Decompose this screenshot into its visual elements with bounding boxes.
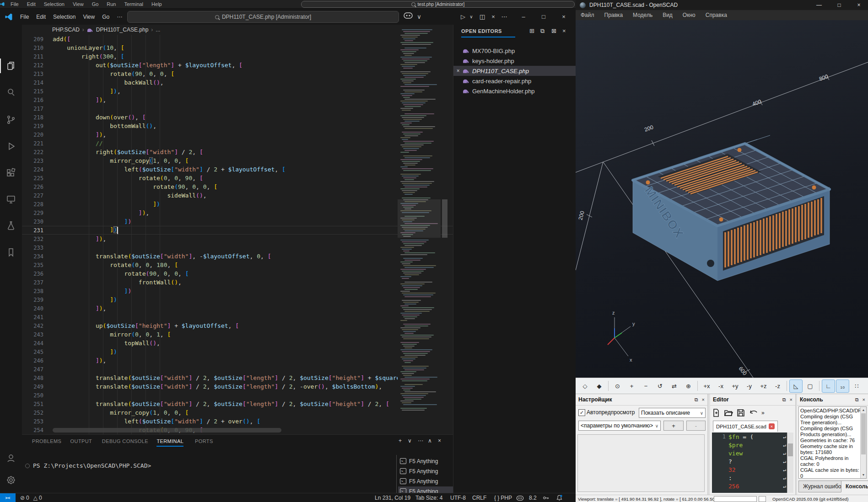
code-line[interactable]: 234 translate($outSize["width"], -$layou… <box>22 252 453 261</box>
more-actions-button[interactable]: ⋯ <box>499 8 510 25</box>
panel-tab[interactable]: PROBLEMS <box>32 438 61 444</box>
terminal-action-icon[interactable]: ∧ <box>428 438 432 444</box>
menu-item[interactable]: Terminal <box>120 1 148 7</box>
view-minus-z-button[interactable]: -z <box>771 379 784 393</box>
viewport-3d[interactable]: 200 400 800 200 600 <box>576 20 868 378</box>
panel-tab[interactable]: DEBUG CONSOLE <box>102 438 148 444</box>
open-file-icon[interactable] <box>724 409 733 417</box>
preset-add-button[interactable]: + <box>663 421 684 431</box>
os-minimize-button[interactable]: — <box>810 0 828 10</box>
problems-status[interactable]: ⊘0 △0 <box>20 493 42 502</box>
zoom-in-button[interactable]: + <box>625 379 638 393</box>
code-line[interactable]: 236 rotate(90, 0, 0, [ <box>22 269 453 278</box>
menu-more[interactable]: ⋯ <box>113 14 126 20</box>
php-version-status[interactable]: 8.2 <box>529 493 537 502</box>
minimap-slider[interactable] <box>398 199 441 238</box>
copilot-status-icon[interactable] <box>516 496 524 501</box>
open-editor-item[interactable]: ×DPH110T_CASE.php <box>453 66 576 76</box>
run-chevron-icon[interactable]: ∨ <box>466 8 477 25</box>
code-line[interactable]: 249 translate($outSize["width"] / 2, $ou… <box>22 382 453 391</box>
zoom-out-button[interactable]: − <box>639 379 652 393</box>
code-line[interactable]: 221 // <box>22 139 453 148</box>
menu-item[interactable]: Окно <box>678 12 701 18</box>
center-view-button[interactable]: ⊕ <box>682 379 695 393</box>
code-line[interactable]: 229 ]), <box>22 208 453 217</box>
vertical-scrollbar[interactable] <box>442 199 447 238</box>
view-minus-x-button[interactable]: -x <box>714 379 728 393</box>
cursor-position[interactable]: Ln 231, Col 19 <box>375 493 410 502</box>
os-close-button[interactable]: × <box>850 0 868 10</box>
code-line[interactable]: 213 rotate(90, 0, 0, [ <box>22 69 453 78</box>
open-editor-item[interactable]: ×MX700-BIG.php <box>453 46 576 56</box>
code-line[interactable]: 228 ]) <box>22 200 453 208</box>
split-editor-button[interactable]: ◫ <box>477 8 488 25</box>
terminal-session[interactable]: >_F5 Anything <box>398 476 453 486</box>
view-minus-y-button[interactable]: -y <box>743 379 756 393</box>
eol-sequence[interactable]: CRLF <box>472 493 486 502</box>
settings-gear-icon[interactable] <box>0 470 22 490</box>
model-minibox[interactable]: MINIBOX <box>633 135 830 281</box>
preview-button[interactable]: ◇ <box>578 379 592 393</box>
code-line[interactable]: 241 <box>22 313 453 321</box>
openscad-menu-bar[interactable]: ФайлПравкаМодельВидОкноСправка <box>576 10 868 20</box>
code-line[interactable]: 217 <box>22 104 453 113</box>
breadcrumb-file[interactable]: DPH110T_CASE.php <box>96 27 149 33</box>
open-editors-title[interactable]: OPEN EDITORS <box>461 28 502 34</box>
code-line[interactable]: 238 ]) <box>22 287 453 295</box>
code-line[interactable]: 227 sideWall(), <box>22 191 453 200</box>
code-line[interactable]: 231 ]) <box>22 226 453 235</box>
float-panel-icon[interactable]: ⧉ <box>695 397 698 403</box>
window-minimize-button[interactable]: – <box>513 8 534 25</box>
console-scrollbar[interactable]: ▲▼ <box>860 407 866 478</box>
open-editor-item[interactable]: ×keys-holder.php <box>453 56 576 66</box>
close-editor-button[interactable]: × <box>488 8 499 25</box>
code-line[interactable]: 243 mirror(0, 0, 1, [ <box>22 330 453 339</box>
bell-icon[interactable] <box>556 495 562 501</box>
menu-item[interactable]: Go <box>98 14 113 20</box>
code-line[interactable]: 226 rotate(90, 0, 0, [ <box>22 182 453 191</box>
tab-console[interactable]: Консоль <box>841 481 868 492</box>
menu-item[interactable]: Edit <box>32 14 49 20</box>
show-crosshairs-button[interactable]: ∷ <box>850 379 863 393</box>
code-line[interactable]: 214 backWall(), <box>22 78 453 87</box>
code-line[interactable]: 216 ]), <box>22 96 453 104</box>
orthographic-button[interactable]: ▢ <box>803 379 817 393</box>
remote-indicator[interactable]: >< <box>0 493 16 502</box>
close-file-icon[interactable]: × <box>453 68 463 74</box>
new-file-icon[interactable] <box>712 409 720 417</box>
code-line[interactable]: 224 left($outSize["width"] / 2 + $layout… <box>22 165 453 174</box>
terminal-action-icon[interactable]: + <box>399 438 402 444</box>
undo-icon[interactable] <box>749 409 758 417</box>
view-plus-z-button[interactable]: +z <box>757 379 770 393</box>
code-line[interactable]: 223 mirror_copy(1, 0, 0, [ <box>22 156 453 165</box>
menu-item[interactable]: View <box>69 1 88 7</box>
toolbar-overflow-icon[interactable]: » <box>761 410 765 416</box>
scad-editor-scroll-thumb[interactable] <box>788 443 793 456</box>
panel-tab[interactable]: OUTPUT <box>70 438 92 444</box>
menu-item[interactable]: Edit <box>23 1 40 7</box>
show-scale-markers-button[interactable]: ₁₀ <box>836 379 849 393</box>
code-line[interactable]: 232 ]), <box>22 235 453 243</box>
code-line[interactable]: 211 right(300, [ <box>22 52 453 61</box>
show-axes-button[interactable]: ∟ <box>822 379 835 393</box>
menu-item[interactable]: Файл <box>576 12 599 18</box>
language-mode[interactable]: { }PHP <box>494 493 512 502</box>
code-line[interactable]: 215 ]), <box>22 87 453 96</box>
close-all-icon[interactable]: ⊠ <box>551 27 556 34</box>
horizontal-scrollbar[interactable] <box>53 428 281 433</box>
perspective-button[interactable]: ◺ <box>789 379 803 393</box>
search-icon[interactable] <box>0 82 22 102</box>
menu-item[interactable]: Run <box>102 1 120 7</box>
code-line[interactable]: 209add([ <box>22 35 453 43</box>
close-panel-icon[interactable]: × <box>790 397 793 403</box>
bookmarks-icon[interactable] <box>0 242 22 262</box>
window-close-button[interactable]: × <box>554 8 574 25</box>
close-tab-icon[interactable]: × <box>769 423 775 429</box>
background-menu-bar[interactable]: FileEditSelectionViewGoRunTerminalHelp <box>6 1 166 7</box>
menu-item[interactable]: Правка <box>599 12 628 18</box>
open-editor-item[interactable]: ×card-reader-repair.php <box>453 76 576 86</box>
menu-item[interactable]: Help <box>147 1 166 7</box>
reset-rotation-button[interactable]: ↺ <box>653 379 667 393</box>
command-center-search[interactable]: DPH110T_CASE.php [Administrator] <box>127 11 399 23</box>
window-maximize-button[interactable]: □ <box>534 8 554 25</box>
